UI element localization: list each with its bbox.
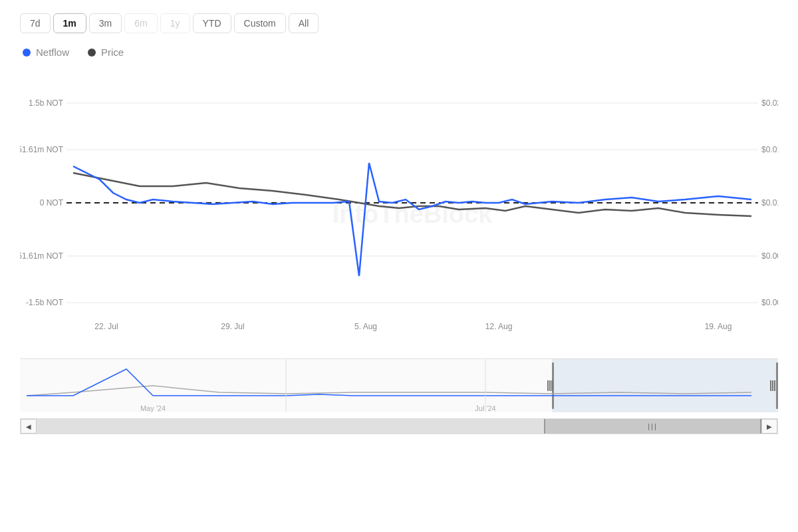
svg-text:19. Aug: 19. Aug — [705, 322, 732, 331]
svg-text:$0.020000: $0.020000 — [761, 98, 778, 108]
navigator: May '24 Jul '24 ◀ ||| ▶ — [20, 358, 778, 435]
chart-svg: 1.5b NOT 751.61m NOT 0 NOT -751.61m NOT … — [20, 70, 778, 356]
scroll-left-arrow[interactable]: ◀ — [21, 419, 37, 434]
navigator-svg: May '24 Jul '24 — [20, 359, 778, 416]
price-dot — [88, 49, 96, 57]
svg-text:May '24: May '24 — [140, 404, 166, 412]
btn-3m[interactable]: 3m — [89, 13, 122, 33]
svg-rect-29 — [770, 380, 771, 391]
chart-legend: Netflow Price — [20, 47, 778, 58]
svg-text:$0.008000: $0.008000 — [761, 251, 778, 261]
netflow-label: Netflow — [36, 47, 69, 58]
svg-text:$0.004000: $0.004000 — [761, 298, 778, 307]
main-chart: 1.5b NOT 751.61m NOT 0 NOT -751.61m NOT … — [20, 70, 778, 356]
btn-1m[interactable]: 1m — [53, 13, 86, 33]
btn-custom[interactable]: Custom — [234, 13, 286, 33]
svg-rect-23 — [552, 359, 778, 412]
btn-all[interactable]: All — [289, 13, 319, 33]
navigator-scrollbar[interactable]: ◀ ||| ▶ — [20, 418, 778, 434]
svg-rect-26 — [547, 380, 549, 391]
svg-rect-28 — [551, 380, 553, 391]
app-container: 7d 1m 3m 6m 1y YTD Custom All Netflow Pr… — [0, 0, 798, 532]
legend-netflow: Netflow — [23, 47, 69, 58]
netflow-dot — [23, 49, 31, 57]
btn-1y: 1y — [160, 13, 190, 33]
svg-text:751.61m NOT: 751.61m NOT — [20, 145, 64, 154]
svg-rect-25 — [776, 362, 778, 409]
svg-text:12. Aug: 12. Aug — [485, 322, 513, 331]
scroll-thumb[interactable]: ||| — [544, 419, 761, 434]
btn-ytd[interactable]: YTD — [193, 13, 231, 33]
svg-text:0 NOT: 0 NOT — [40, 198, 64, 207]
svg-rect-30 — [772, 380, 773, 391]
svg-text:$0.016000: $0.016000 — [761, 145, 778, 154]
svg-text:$0.012000: $0.012000 — [761, 198, 778, 207]
svg-text:1.5b NOT: 1.5b NOT — [29, 98, 64, 108]
legend-price: Price — [88, 47, 124, 58]
time-range-selector: 7d 1m 3m 6m 1y YTD Custom All — [20, 13, 778, 33]
svg-rect-27 — [549, 380, 551, 391]
svg-text:-751.61m NOT: -751.61m NOT — [20, 251, 64, 261]
price-label: Price — [101, 47, 124, 58]
svg-text:22. Jul: 22. Jul — [94, 322, 118, 331]
svg-rect-31 — [774, 380, 775, 391]
btn-7d[interactable]: 7d — [20, 13, 51, 33]
svg-text:5. Aug: 5. Aug — [354, 322, 377, 331]
svg-text:29. Jul: 29. Jul — [221, 322, 244, 331]
btn-6m: 6m — [124, 13, 157, 33]
scroll-right-arrow[interactable]: ▶ — [761, 419, 777, 434]
svg-text:-1.5b NOT: -1.5b NOT — [26, 298, 64, 307]
